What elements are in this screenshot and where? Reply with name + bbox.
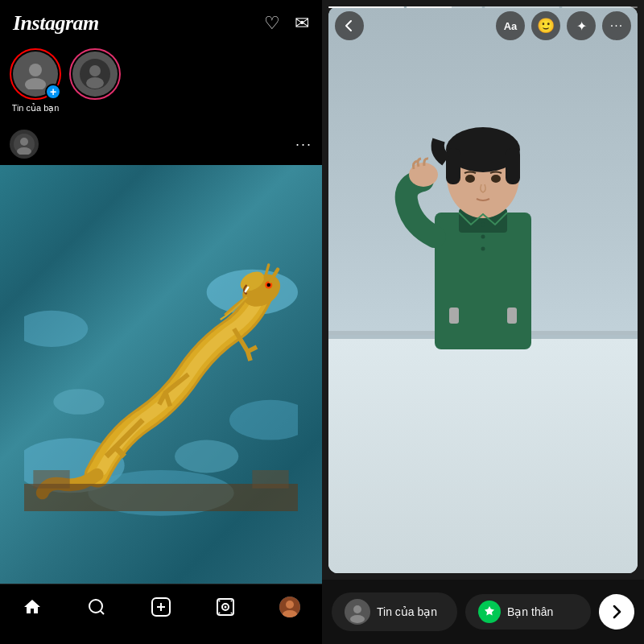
progress-bar-1 bbox=[328, 6, 404, 8]
bottom-navigation bbox=[0, 584, 322, 629]
text-style-button[interactable]: Aa bbox=[496, 11, 525, 40]
effects-button[interactable]: ✦ bbox=[567, 11, 596, 40]
story-own-pill[interactable]: Tin của bạn bbox=[332, 592, 457, 631]
post-header: ··· bbox=[0, 123, 322, 165]
story-own-label: Tin của bạn bbox=[377, 605, 437, 618]
post-avatar bbox=[10, 130, 39, 159]
window-sill bbox=[328, 335, 638, 573]
window-latch bbox=[449, 308, 517, 324]
other-story-item[interactable] bbox=[69, 48, 121, 114]
other-story-ring bbox=[69, 48, 121, 100]
nav-add[interactable] bbox=[142, 588, 180, 626]
progress-bar-3 bbox=[485, 6, 560, 8]
heart-icon[interactable]: ♡ bbox=[264, 13, 280, 34]
story-friend-pill[interactable]: Bạn thân bbox=[465, 594, 591, 630]
story-own-avatar bbox=[345, 599, 370, 625]
svg-point-28 bbox=[231, 600, 233, 601]
post-user bbox=[10, 130, 39, 159]
story-bottom-bar: Tin của bạn Bạn thân bbox=[322, 580, 644, 644]
svg-rect-39 bbox=[446, 148, 460, 184]
story-viewer-panel: Aa 🙂 ✦ ··· bbox=[322, 0, 644, 644]
emoji-button[interactable]: 🙂 bbox=[531, 11, 560, 40]
nav-search[interactable] bbox=[77, 588, 116, 626]
progress-fill-2 bbox=[407, 6, 452, 8]
close-friend-icon bbox=[478, 601, 501, 623]
svg-point-3 bbox=[89, 65, 101, 76]
post-more-button[interactable]: ··· bbox=[295, 136, 312, 153]
stories-row: + Tin của bạn bbox=[0, 42, 322, 123]
svg-point-26 bbox=[225, 605, 227, 608]
story-back-button[interactable] bbox=[335, 11, 364, 40]
more-icon: ··· bbox=[610, 19, 623, 33]
svg-rect-20 bbox=[33, 470, 69, 489]
svg-point-49 bbox=[350, 615, 365, 623]
progress-bar-4 bbox=[562, 6, 638, 8]
more-button[interactable]: ··· bbox=[602, 11, 631, 40]
add-story-button[interactable]: + bbox=[45, 84, 61, 100]
svg-rect-34 bbox=[435, 213, 531, 349]
svg-point-48 bbox=[353, 605, 361, 613]
my-story-avatar-wrapper: + bbox=[10, 48, 61, 100]
nav-profile[interactable] bbox=[270, 588, 309, 626]
svg-rect-21 bbox=[252, 470, 288, 489]
my-story-label: Tin của bạn bbox=[12, 103, 60, 114]
emoji-icon: 🙂 bbox=[537, 17, 555, 35]
nav-home[interactable] bbox=[13, 588, 52, 626]
story-next-button[interactable] bbox=[599, 594, 634, 630]
svg-point-4 bbox=[86, 77, 104, 89]
svg-point-29 bbox=[219, 612, 221, 613]
story-progress-bars bbox=[328, 6, 638, 8]
svg-point-18 bbox=[53, 389, 104, 415]
progress-fill-1 bbox=[328, 6, 404, 8]
svg-point-46 bbox=[481, 247, 485, 251]
svg-point-32 bbox=[286, 601, 294, 609]
other-story-wrapper bbox=[69, 48, 121, 100]
my-story-item[interactable]: + Tin của bạn bbox=[10, 48, 61, 114]
story-top-actions: Aa 🙂 ✦ ··· bbox=[496, 11, 631, 40]
svg-point-22 bbox=[89, 600, 102, 613]
story-friend-label: Bạn thân bbox=[507, 605, 553, 618]
other-story-avatar bbox=[72, 52, 118, 97]
post-image bbox=[0, 165, 322, 584]
progress-bar-2 bbox=[407, 6, 482, 8]
messenger-icon[interactable]: ✉ bbox=[295, 13, 309, 34]
svg-point-30 bbox=[231, 612, 233, 613]
svg-point-1 bbox=[25, 78, 46, 89]
svg-point-6 bbox=[20, 138, 28, 146]
feed-header: Instagram ♡ ✉ bbox=[0, 0, 322, 42]
svg-point-44 bbox=[481, 223, 485, 227]
profile-avatar bbox=[279, 597, 300, 617]
instagram-feed-panel: Instagram ♡ ✉ + Tin của bạ bbox=[0, 0, 322, 644]
header-icons: ♡ ✉ bbox=[264, 13, 309, 34]
story-content-card bbox=[328, 6, 638, 573]
svg-point-41 bbox=[465, 175, 475, 183]
dragon-overlay bbox=[0, 165, 322, 584]
svg-point-27 bbox=[219, 600, 221, 601]
svg-point-16 bbox=[266, 283, 270, 287]
svg-point-45 bbox=[481, 235, 485, 239]
text-label: Aa bbox=[504, 20, 518, 32]
nav-reels[interactable] bbox=[206, 588, 245, 626]
svg-point-0 bbox=[29, 64, 42, 76]
instagram-logo: Instagram bbox=[13, 11, 99, 35]
sparkle-icon: ✦ bbox=[576, 19, 587, 34]
story-image bbox=[328, 6, 638, 573]
svg-point-42 bbox=[491, 175, 501, 183]
svg-rect-40 bbox=[506, 148, 520, 184]
svg-point-12 bbox=[229, 400, 298, 440]
svg-point-11 bbox=[24, 311, 88, 347]
svg-point-17 bbox=[175, 440, 238, 473]
